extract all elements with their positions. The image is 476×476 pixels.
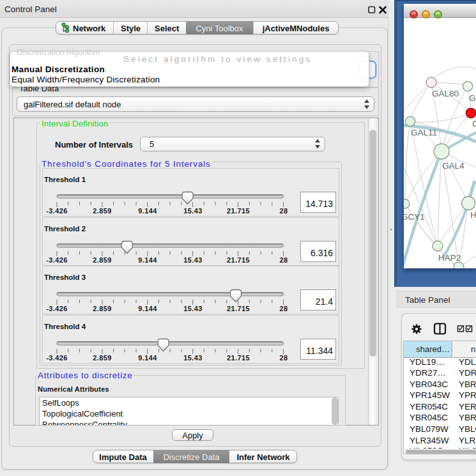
svg-text:GAL11: GAL11	[411, 128, 437, 137]
svg-text:GA: GA	[469, 93, 476, 103]
svg-text:GAL80: GAL80	[432, 89, 459, 98]
svg-text:GCY1: GCY1	[404, 212, 425, 222]
svg-text:H: H	[470, 210, 476, 220]
svg-text:C: C	[472, 119, 476, 128]
svg-text:HAP2: HAP2	[438, 253, 461, 263]
svg-text:GAL4: GAL4	[442, 161, 464, 171]
